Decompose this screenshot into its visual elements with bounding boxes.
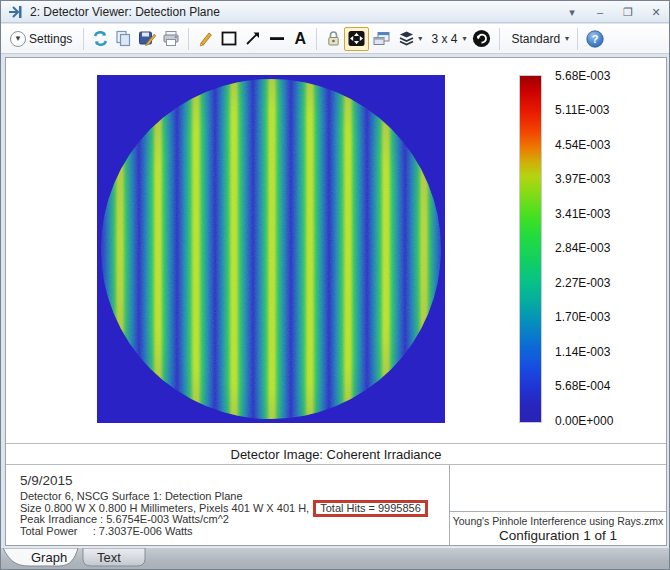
- help-icon: ?: [586, 30, 604, 48]
- help-button[interactable]: ?: [583, 27, 607, 51]
- pencil-icon: [197, 30, 214, 47]
- configuration-text: Configuration 1 of 1: [452, 528, 664, 543]
- lock-icon: [326, 30, 341, 47]
- title-bar: 2: Detector Viewer: Detection Plane ▾ – …: [1, 1, 669, 23]
- detector-info-panel: 5/9/2015 Detector 6, NSCG Surface 1: Det…: [6, 465, 449, 545]
- draw-arrow-tool-button[interactable]: [241, 27, 265, 51]
- horizontal-line-icon: [268, 30, 286, 47]
- colorbar-label: 4.54E-003: [555, 138, 635, 154]
- colorbar-label: 1.14E-003: [555, 345, 635, 361]
- colorbar-label: 0.00E+000: [555, 414, 635, 430]
- toolbar-separator: [499, 28, 500, 50]
- save-button[interactable]: [135, 27, 159, 51]
- tab-text[interactable]: Text: [97, 550, 121, 565]
- settings-dropdown-button[interactable]: ▼ Settings: [7, 27, 78, 51]
- lens-file-area: Young's Pinhole Interference using Rays.…: [450, 511, 666, 545]
- text-a-icon: A: [295, 30, 307, 48]
- lens-info-panel: Young's Pinhole Interference using Rays.…: [449, 465, 666, 545]
- chevron-down-circle-icon: ▼: [10, 31, 26, 47]
- colorbar-label: 5.11E-003: [555, 103, 635, 119]
- lens-file-name: Young's Pinhole Interference using Rays.…: [452, 515, 664, 527]
- auto-aspect-button[interactable]: [344, 27, 369, 51]
- reset-circle-icon: [472, 29, 491, 48]
- caption-bar: Detector Image: Coherent Irradiance: [6, 443, 666, 465]
- toolbar-separator: [83, 28, 84, 50]
- toolbar: ▼ Settings: [1, 24, 669, 54]
- window-menu-caret[interactable]: ▾: [565, 6, 579, 19]
- aperture-edge-shade: [101, 79, 441, 419]
- print-icon: [162, 30, 180, 47]
- refresh-icon: [92, 30, 109, 47]
- copy-icon: [115, 30, 132, 47]
- total-hits-annotation: Total Hits = 9995856: [313, 500, 428, 518]
- lens-info-empty-area: [450, 465, 666, 511]
- settings-label: Settings: [26, 32, 75, 46]
- draw-horizontal-line-tool-button[interactable]: [265, 27, 289, 51]
- draw-rectangle-tool-button[interactable]: [217, 27, 241, 51]
- add-text-tool-button[interactable]: A: [289, 27, 311, 51]
- chevron-down-icon: ▾: [565, 34, 569, 43]
- arrow-icon: [244, 30, 262, 47]
- colorbar-label: 2.27E-003: [555, 276, 635, 292]
- close-button[interactable]: ✕: [649, 6, 663, 19]
- interference-fringe-pattern: [101, 79, 441, 419]
- window-copy-icon: [372, 30, 391, 47]
- bottom-tab-bar: Graph Text: [1, 547, 670, 570]
- window-title: 2: Detector Viewer: Detection Plane: [30, 5, 220, 19]
- colorbar: [519, 75, 542, 423]
- minimize-button[interactable]: –: [593, 6, 607, 18]
- colorbar-label: 5.68E-003: [555, 69, 635, 85]
- colorbar-label: 5.68E-004: [555, 379, 635, 395]
- print-button[interactable]: [159, 27, 183, 51]
- aspect-arrows-icon: [347, 30, 366, 47]
- chevron-down-icon: ▾: [418, 34, 422, 43]
- layers-icon: [397, 30, 416, 47]
- colorbar-label: 3.97E-003: [555, 172, 635, 188]
- rectangle-icon: [220, 30, 238, 47]
- grid-size-dropdown-button[interactable]: 3 x 4 ▾: [425, 27, 469, 51]
- save-icon: [138, 30, 156, 47]
- detector-window-icon: [7, 4, 25, 20]
- chevron-down-icon: ▾: [462, 34, 466, 43]
- plot-caption: Detector Image: Coherent Irradiance: [231, 447, 442, 462]
- reset-view-button[interactable]: [469, 27, 494, 51]
- grid-size-label: 3 x 4: [428, 32, 460, 46]
- toolbar-separator: [188, 28, 189, 50]
- viewer-content: 5.68E-003 5.11E-003 4.54E-003 3.97E-003 …: [5, 57, 667, 546]
- total-power-line: Total Power : 7.3037E-006 Watts: [20, 526, 449, 538]
- duplicate-window-button[interactable]: [369, 27, 394, 51]
- toolbar-separator: [577, 28, 578, 50]
- detector-image: [97, 75, 445, 423]
- copy-button[interactable]: [112, 27, 135, 51]
- svg-text:?: ?: [592, 33, 599, 45]
- toolbar-separator: [316, 28, 317, 50]
- layers-dropdown-button[interactable]: ▾: [394, 27, 425, 51]
- detector-viewer-window: 2: Detector Viewer: Detection Plane ▾ – …: [0, 0, 670, 570]
- draw-line-tool-button[interactable]: [194, 27, 217, 51]
- refresh-button[interactable]: [89, 27, 112, 51]
- colorbar-label: 2.84E-003: [555, 241, 635, 257]
- standard-label: Standard: [508, 32, 563, 46]
- colorbar-label: 3.41E-003: [555, 207, 635, 223]
- date-text: 5/9/2015: [20, 473, 449, 488]
- maximize-button[interactable]: ❐: [621, 6, 635, 19]
- colorbar-label: 1.70E-003: [555, 310, 635, 326]
- footer: 5/9/2015 Detector 6, NSCG Surface 1: Det…: [6, 465, 666, 545]
- standard-dropdown-button[interactable]: Standard ▾: [505, 27, 572, 51]
- size-text: Size 0.800 W X 0.800 H Millimeters, Pixe…: [20, 502, 312, 514]
- tab-graph[interactable]: Graph: [31, 550, 67, 565]
- lock-button[interactable]: [322, 27, 344, 51]
